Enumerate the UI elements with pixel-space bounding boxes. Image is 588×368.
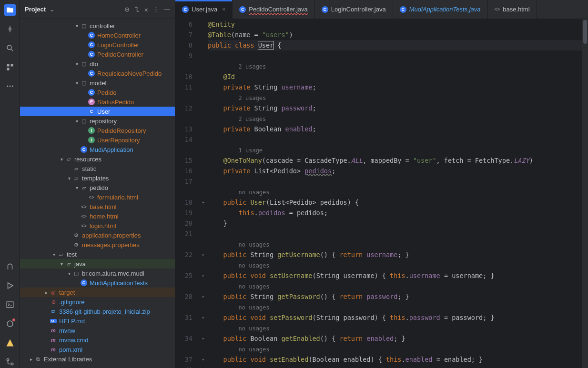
tree-arrow-icon[interactable]: ▸ <box>43 290 50 295</box>
svg-point-6 <box>9 86 10 87</box>
sidebar-header: Project ⌄ ⊕ ⇅ ⨉ ⋮ — <box>20 0 175 19</box>
vcs-tool-icon[interactable] <box>4 356 16 368</box>
services-tool-icon[interactable] <box>4 318 16 330</box>
svg-point-0 <box>9 28 11 30</box>
code-content[interactable]: @Entity@Table(name = "users")public clas… <box>208 19 582 368</box>
collapse-icon[interactable]: ⨉ <box>144 6 148 13</box>
tree-arrow-icon[interactable]: ▾ <box>73 23 80 29</box>
tree-item-mvnw-cmd[interactable]: mmvnw.cmd <box>20 335 175 345</box>
tree-item-login-html[interactable]: <>login.html <box>20 221 175 230</box>
tree-item-user[interactable]: CUser <box>20 107 175 116</box>
tab-user-java[interactable]: CUser.java× <box>175 0 233 19</box>
tree-item-repository[interactable]: ▾▢repository <box>20 116 175 126</box>
tree-item-mudiapplication[interactable]: CMudiApplication <box>20 145 175 154</box>
tree-item-label: External Libraries <box>44 356 92 363</box>
tree-item-pom-xml[interactable]: mpom.xml <box>20 345 175 354</box>
tree-item-label: home.html <box>90 213 119 220</box>
tree-item-formulario-html[interactable]: <>formulario.html <box>20 192 175 202</box>
tree-item-label: HELP.md <box>59 318 85 325</box>
svg-point-10 <box>7 321 13 327</box>
tree-item-target[interactable]: ▸◎target <box>20 288 175 297</box>
tree-item-resources[interactable]: ▾▱resources <box>20 154 175 164</box>
problems-tool-icon[interactable] <box>4 337 16 349</box>
tree-item-userrepository[interactable]: IUserRepository <box>20 135 175 145</box>
terminal-tool-icon[interactable] <box>4 298 16 311</box>
tree-item-mvnw[interactable]: mmvnw <box>20 326 175 335</box>
run-tool-icon[interactable] <box>4 279 16 292</box>
tree-arrow-icon[interactable]: ▾ <box>73 119 80 124</box>
tab-label: User.java <box>192 6 217 13</box>
tab-base-html[interactable]: <>base.html <box>488 0 537 19</box>
tree-item-pedidocontroller[interactable]: CPedidoController <box>20 50 175 59</box>
tree-item-statuspedido[interactable]: EStatusPedido <box>20 97 175 107</box>
more-tool-icon[interactable] <box>4 80 16 92</box>
tree-arrow-icon[interactable]: ▾ <box>51 252 57 257</box>
tree-item-java[interactable]: ▾▱java <box>20 259 175 269</box>
tab-logincontroller-java[interactable]: CLoginController.java <box>315 0 393 19</box>
tree-item-label: java <box>74 260 86 268</box>
tree-item-label: dto <box>90 60 98 68</box>
svg-point-1 <box>7 45 11 50</box>
tree-arrow-icon[interactable]: ▾ <box>58 261 65 267</box>
tree-item-logincontroller[interactable]: CLoginController <box>20 40 175 50</box>
tree-item--gitignore[interactable]: ⊘.gitignore <box>20 297 175 307</box>
tree-arrow-icon[interactable]: ▾ <box>73 80 80 86</box>
tree-item-external-libraries[interactable]: ▸⧉External Libraries <box>20 354 175 364</box>
tree-item-label: PedidoRepository <box>97 127 146 134</box>
tree-arrow-icon[interactable]: ▾ <box>73 185 80 190</box>
tree-item-help-md[interactable]: M↓HELP.md <box>20 316 175 326</box>
tree-item-messages-properties[interactable]: ⚙messages.properties <box>20 240 175 249</box>
tree-item-3386-git-github-projeto-inicial-zip[interactable]: ⧉3386-git-github-projeto_inicial.zip <box>20 307 175 316</box>
minimize-icon[interactable]: — <box>164 6 170 13</box>
tree-item-model[interactable]: ▾▢model <box>20 78 175 88</box>
tree-item-application-properties[interactable]: ⚙application.properties <box>20 230 175 240</box>
tree-item-templates[interactable]: ▾▱templates <box>20 173 175 183</box>
tab-label: base.html <box>503 6 529 13</box>
project-tree[interactable]: ▾▢controllerCHomeControllerCLoginControl… <box>20 19 175 368</box>
tree-item-label: mvnw.cmd <box>59 337 88 344</box>
tree-item-static[interactable]: ▱static <box>20 164 175 173</box>
tree-item-pedidorepository[interactable]: IPedidoRepository <box>20 126 175 135</box>
tree-arrow-icon[interactable]: ▾ <box>66 271 72 276</box>
options-icon[interactable]: ⋮ <box>153 6 159 13</box>
tab-pedidocontroller-java[interactable]: CPedidoController.java <box>233 0 315 19</box>
search-tool-icon[interactable] <box>4 42 16 54</box>
tree-arrow-icon[interactable]: ▾ <box>73 61 80 67</box>
tree-item-mudiapplicationtests[interactable]: CMudiApplicationTests <box>20 278 175 288</box>
tree-arrow-icon[interactable]: ▾ <box>66 176 72 181</box>
tree-item-controller[interactable]: ▾▢controller <box>20 21 175 30</box>
tree-item-home-html[interactable]: <>home.html <box>20 211 175 221</box>
project-tool-icon[interactable] <box>4 4 16 16</box>
tree-item-label: RequisicaoNovoPedido <box>97 70 162 77</box>
tree-item-dto[interactable]: ▾▢dto <box>20 59 175 69</box>
tree-item-test[interactable]: ▾▱test <box>20 249 175 259</box>
build-tool-icon[interactable] <box>4 260 16 273</box>
tree-item-base-html[interactable]: <>base.html <box>20 202 175 211</box>
chevron-down-icon[interactable]: ⌄ <box>50 6 55 13</box>
select-file-icon[interactable]: ⊕ <box>124 6 130 13</box>
svg-point-5 <box>7 86 8 87</box>
sidebar-title[interactable]: Project <box>25 6 46 13</box>
code-editor[interactable]: 6789101112131415161718192021222528313437… <box>175 19 588 368</box>
tree-item-pedido[interactable]: CPedido <box>20 88 175 97</box>
tree-arrow-icon[interactable]: ▸ <box>28 357 34 362</box>
tab-mudiapplicationtests-java[interactable]: CMudiApplicationTests.java <box>393 0 488 19</box>
tab-label: MudiApplicationTests.java <box>409 6 481 13</box>
tree-item-homecontroller[interactable]: CHomeController <box>20 30 175 40</box>
tree-item-label: messages.properties <box>82 241 140 249</box>
commit-tool-icon[interactable] <box>4 23 16 35</box>
scrollbar-thumb[interactable] <box>583 20 587 44</box>
expand-icon[interactable]: ⇅ <box>134 6 140 13</box>
tree-item-label: HomeController <box>97 32 141 39</box>
tab-label: PedidoController.java <box>249 6 308 13</box>
tree-item-requisicaonovopedido[interactable]: CRequisicaoNovoPedido <box>20 69 175 78</box>
close-icon[interactable]: × <box>222 6 225 13</box>
tree-item-label: br.com.alura.mvc.mudi <box>82 270 144 277</box>
scrollbar[interactable] <box>582 19 588 368</box>
tree-item-br-com-alura-mvc-mudi[interactable]: ▾▢br.com.alura.mvc.mudi <box>20 269 175 278</box>
structure-tool-icon[interactable] <box>4 61 16 73</box>
tree-item-pedido[interactable]: ▾▱pedido <box>20 183 175 192</box>
fold-gutter[interactable]: ▸▸▸▸▸▸▸ <box>199 19 208 368</box>
tree-item-label: MudiApplicationTests <box>90 279 148 287</box>
tree-arrow-icon[interactable]: ▾ <box>58 157 65 162</box>
